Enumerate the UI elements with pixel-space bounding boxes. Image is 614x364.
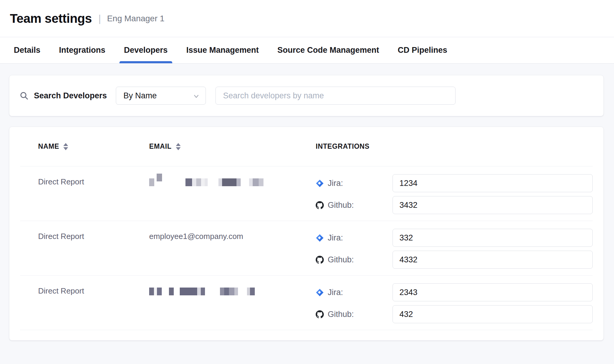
page-title: Team settings (10, 11, 92, 26)
tab-integrations[interactable]: Integrations (59, 37, 106, 63)
jira-line: Jira: (316, 174, 593, 192)
search-input[interactable] (215, 87, 456, 105)
tab-bar: Details Integrations Developers Issue Ma… (0, 37, 614, 64)
jira-icon (316, 179, 324, 187)
github-id-input[interactable] (393, 305, 593, 323)
chevron-down-icon (193, 92, 200, 99)
jira-label: Jira: (316, 288, 393, 297)
main-content: Search Developers By Name NAME EMAIL (0, 64, 614, 341)
column-header-name: NAME (29, 142, 149, 151)
column-header-integrations: INTEGRATIONS (316, 142, 593, 151)
sort-icon-name[interactable] (63, 143, 68, 150)
jira-line: Jira: (316, 283, 593, 301)
github-label: Github: (316, 310, 393, 319)
developer-name: Direct Report (29, 174, 149, 214)
tab-issue-management[interactable]: Issue Management (186, 37, 259, 63)
search-filter-select[interactable]: By Name (116, 87, 206, 105)
tab-source-code-management[interactable]: Source Code Management (277, 37, 379, 63)
github-id-input[interactable] (393, 251, 593, 269)
github-label: Github: (316, 201, 393, 210)
jira-id-input[interactable] (393, 174, 593, 192)
integrations-cell: Jira: Github: (316, 229, 593, 269)
table-row: Direct Report (9, 166, 603, 221)
search-icon (20, 91, 29, 100)
developer-email-redacted (149, 283, 316, 323)
row-divider (20, 330, 593, 330)
developer-name: Direct Report (29, 229, 149, 269)
jira-label: Jira: (316, 179, 393, 188)
tab-cd-pipelines[interactable]: CD Pipelines (398, 37, 447, 63)
github-icon (316, 201, 324, 209)
jira-label: Jira: (316, 233, 393, 243)
jira-id-input[interactable] (393, 283, 593, 301)
github-label: Github: (316, 255, 393, 264)
redacted-email (149, 286, 316, 295)
tab-developers[interactable]: Developers (124, 37, 168, 63)
sort-icon-email[interactable] (176, 143, 181, 150)
integrations-cell: Jira: Github: (316, 283, 593, 323)
developer-email-redacted (149, 174, 316, 214)
tab-details[interactable]: Details (14, 37, 41, 63)
github-id-input[interactable] (393, 196, 593, 214)
developers-table: NAME EMAIL INTEGRATIONS Direct Report (9, 127, 604, 341)
table-row: Direct Report (9, 276, 603, 330)
jira-line: Jira: (316, 229, 593, 247)
developer-email: employee1@company.com (149, 229, 316, 269)
team-name-subtitle: Eng Manager 1 (107, 14, 164, 23)
search-developers-label: Search Developers (34, 91, 107, 100)
github-icon (316, 310, 324, 318)
developer-name: Direct Report (29, 283, 149, 323)
github-line: Github: (316, 305, 593, 323)
jira-icon (316, 288, 324, 297)
table-header-row: NAME EMAIL INTEGRATIONS (9, 127, 603, 166)
page-header: Team settings | Eng Manager 1 (0, 0, 614, 37)
search-filter-value: By Name (123, 91, 157, 100)
title-separator: | (98, 13, 101, 24)
github-icon (316, 256, 324, 264)
jira-id-input[interactable] (393, 229, 593, 247)
github-line: Github: (316, 251, 593, 269)
jira-icon (316, 234, 324, 242)
integrations-cell: Jira: Github: (316, 174, 593, 214)
github-line: Github: (316, 196, 593, 214)
search-developers-panel: Search Developers By Name (9, 75, 604, 116)
table-row: Direct Report employee1@company.com (9, 221, 603, 275)
redacted-email (149, 177, 316, 186)
column-header-email: EMAIL (149, 142, 316, 151)
